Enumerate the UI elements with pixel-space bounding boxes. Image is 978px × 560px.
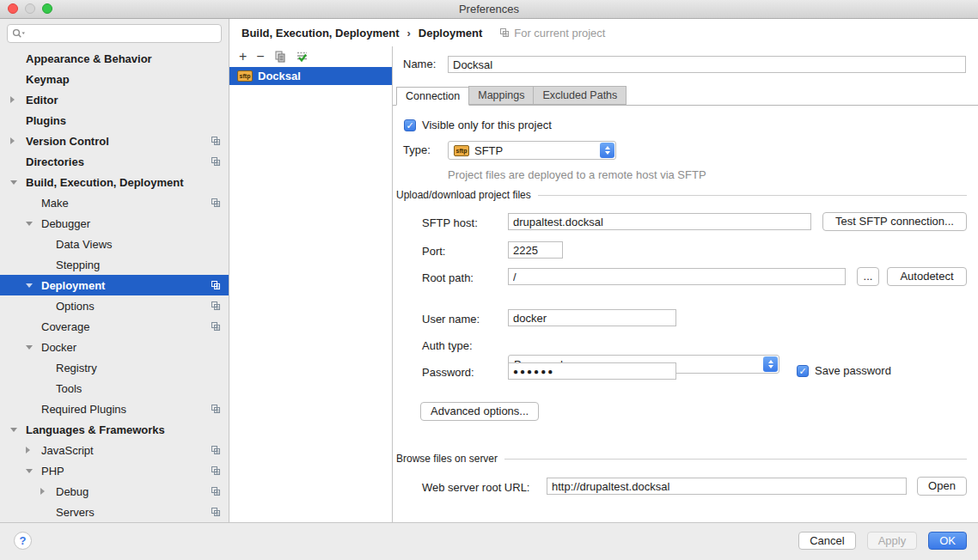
root-path-input[interactable] <box>508 268 846 285</box>
sidebar-item-plugins[interactable]: Plugins <box>0 110 229 131</box>
tab-mappings[interactable]: Mappings <box>468 86 534 105</box>
sidebar-item-make[interactable]: Make <box>0 192 229 213</box>
use-as-default-button[interactable] <box>296 51 309 63</box>
tree-right-arrow-icon[interactable] <box>26 447 41 453</box>
sidebar-item-debugger[interactable]: Debugger <box>0 213 229 234</box>
project-scope-icon <box>211 136 221 146</box>
server-item-docksal[interactable]: sftpDocksal <box>229 67 392 85</box>
sidebar-item-coverage[interactable]: Coverage <box>0 316 229 337</box>
section-divider <box>538 195 967 196</box>
open-url-button[interactable]: Open <box>917 477 967 496</box>
section-divider <box>504 459 967 460</box>
sidebar-item-label: Servers <box>56 506 95 519</box>
sidebar-item-keymap[interactable]: Keymap <box>0 69 229 89</box>
project-scope-icon <box>211 466 221 476</box>
sidebar-item-build-execution-deployment[interactable]: Build, Execution, Deployment <box>0 172 229 192</box>
minimize-window-button[interactable] <box>25 3 35 14</box>
server-list-toolbar: + − <box>229 46 392 67</box>
sidebar-item-options[interactable]: Options <box>0 295 229 316</box>
user-name-label: User name: <box>422 311 480 328</box>
sidebar-item-stepping[interactable]: Stepping <box>0 254 229 275</box>
sidebar-item-label: JavaScript <box>41 444 94 457</box>
tab-excluded-paths[interactable]: Excluded Paths <box>533 86 627 105</box>
sidebar-item-tools[interactable]: Tools <box>0 378 229 399</box>
visible-only-checkbox[interactable]: ✓ <box>404 119 416 131</box>
web-root-input[interactable] <box>547 478 907 495</box>
sidebar-item-debug[interactable]: Debug <box>0 481 229 502</box>
root-path-label: Root path: <box>422 270 474 287</box>
project-scope-icon <box>211 321 221 332</box>
use-as-default-check-icon <box>296 51 309 63</box>
sidebar-item-label: Options <box>56 300 95 313</box>
sidebar-item-label: Version Control <box>26 135 109 148</box>
password-input[interactable] <box>508 362 676 380</box>
tree-down-arrow-icon[interactable] <box>10 180 26 185</box>
sidebar-item-version-control[interactable]: Version Control <box>0 131 229 151</box>
sidebar-item-required-plugins[interactable]: Required Plugins <box>0 399 229 419</box>
tree-down-arrow-icon[interactable] <box>26 345 41 350</box>
test-sftp-connection-button[interactable]: Test SFTP connection... <box>822 212 967 231</box>
project-scope-icon <box>211 404 221 414</box>
sidebar-item-javascript[interactable]: JavaScript <box>0 440 229 460</box>
sidebar-item-label: Make <box>41 197 69 210</box>
server-items: sftpDocksal <box>229 67 392 85</box>
sidebar-item-label: Appearance & Behavior <box>26 52 152 65</box>
breadcrumb: Build, Execution, Deployment › Deploymen… <box>229 19 978 46</box>
sidebar-item-data-views[interactable]: Data Views <box>0 234 229 254</box>
project-scope-icon <box>211 156 221 167</box>
server-item-label: Docksal <box>258 70 301 82</box>
sidebar-item-label: Debugger <box>41 217 90 230</box>
port-input[interactable] <box>508 241 563 259</box>
sftp-type-icon: sftp <box>454 145 469 156</box>
upload-section-header: Upload/download project files <box>396 189 967 201</box>
sidebar-item-appearance-behavior[interactable]: Appearance & Behavior <box>0 48 229 69</box>
sftp-host-label: SFTP host: <box>422 215 478 232</box>
tree-right-arrow-icon[interactable] <box>10 137 26 144</box>
browse-root-path-button[interactable]: ... <box>857 267 879 286</box>
type-select[interactable]: sftp SFTP <box>448 141 616 160</box>
add-server-button[interactable]: + <box>239 51 247 63</box>
apply-button[interactable]: Apply <box>867 532 918 550</box>
sidebar-item-label: Tools <box>56 382 82 395</box>
advanced-options-button[interactable]: Advanced options... <box>420 402 539 421</box>
user-name-input[interactable] <box>508 309 676 326</box>
autodetect-button[interactable]: Autodetect <box>887 267 967 286</box>
save-password-checkbox[interactable]: ✓ <box>797 365 809 377</box>
tree-down-arrow-icon[interactable] <box>26 283 41 288</box>
window-title: Preferences <box>0 0 978 18</box>
type-value: SFTP <box>474 144 613 157</box>
project-scope-icon <box>211 321 221 332</box>
sidebar-item-editor[interactable]: Editor <box>0 89 229 110</box>
sidebar-item-deployment[interactable]: Deployment <box>0 275 229 295</box>
footer-bar: ? Cancel Apply OK <box>0 522 978 560</box>
project-scope-icon <box>211 466 221 476</box>
breadcrumb-parent[interactable]: Build, Execution, Deployment <box>241 27 399 40</box>
sidebar-item-php[interactable]: PHP <box>0 460 229 481</box>
project-scope-icon <box>211 445 221 455</box>
sftp-host-input[interactable] <box>508 213 811 230</box>
save-password-row: ✓ Save password <box>797 364 891 377</box>
tab-connection[interactable]: Connection <box>396 87 469 106</box>
remove-server-button[interactable]: − <box>256 51 264 63</box>
sidebar-item-label: Coverage <box>41 320 89 333</box>
ok-button[interactable]: OK <box>928 532 967 550</box>
sidebar-item-languages-frameworks[interactable]: Languages & Frameworks <box>0 419 229 440</box>
copy-server-button[interactable] <box>274 51 286 63</box>
tree-right-arrow-icon[interactable] <box>40 488 56 495</box>
project-scope-icon <box>211 301 221 311</box>
settings-search-input[interactable] <box>7 24 222 43</box>
sidebar-item-docker[interactable]: Docker <box>0 337 229 357</box>
server-name-input[interactable] <box>448 56 966 73</box>
sidebar-item-directories[interactable]: Directories <box>0 151 229 172</box>
zoom-window-button[interactable] <box>42 3 52 14</box>
sidebar-item-servers[interactable]: Servers <box>0 502 229 522</box>
project-scope-icon <box>211 136 221 146</box>
tree-down-arrow-icon[interactable] <box>26 469 41 473</box>
close-window-button[interactable] <box>8 3 18 14</box>
tree-down-arrow-icon[interactable] <box>10 428 26 432</box>
help-button[interactable]: ? <box>14 532 32 550</box>
tree-right-arrow-icon[interactable] <box>10 96 26 103</box>
sidebar-item-registry[interactable]: Registry <box>0 357 229 378</box>
cancel-button[interactable]: Cancel <box>798 532 855 550</box>
tree-down-arrow-icon[interactable] <box>26 222 41 226</box>
